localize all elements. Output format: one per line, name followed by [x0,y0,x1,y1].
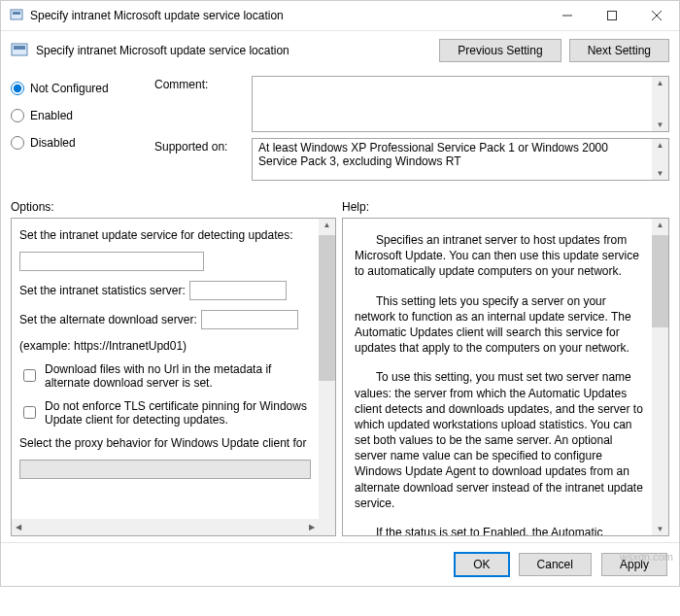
detect-service-label: Set the intranet update service for dete… [19,228,293,242]
stats-server-label: Set the intranet statistics server: [19,284,186,297]
window-controls [545,1,679,31]
enabled-radio-input[interactable] [11,109,24,122]
supported-on-text: At least Windows XP Professional Service… [258,141,608,168]
radio-not-configured[interactable]: Not Configured [11,82,137,95]
options-h-scrollbar[interactable]: ◀ ▶ [12,519,319,535]
svg-rect-7 [14,46,25,50]
policy-large-icon [11,42,28,59]
options-v-scrollbar[interactable]: ▲ ▼ [319,219,335,535]
not-configured-radio-input[interactable] [11,82,24,95]
help-v-scrollbar[interactable]: ▲ ▼ [652,219,668,535]
radio-disabled[interactable]: Disabled [11,136,137,150]
options-label: Options: [11,196,336,218]
scroll-up-icon: ▲ [657,139,664,152]
tls-pinning-checkbox[interactable] [23,401,36,424]
ok-button[interactable]: OK [455,553,508,576]
proxy-behavior-label: Select the proxy behavior for Windows Up… [19,436,306,450]
disabled-label: Disabled [30,136,76,150]
subheader: Specify intranet Microsoft update servic… [1,31,679,70]
window-title: Specify intranet Microsoft update servic… [30,9,545,22]
scroll-up-icon: ▲ [657,77,664,89]
help-content: Specifies an intranet server to host upd… [343,219,668,536]
help-paragraph: To use this setting, you must set two se… [355,369,647,511]
state-radio-group: Not Configured Enabled Disabled [11,76,137,187]
options-body: Set the intranet update service for dete… [11,218,336,536]
maximize-icon [607,11,617,20]
svg-rect-3 [608,12,617,20]
radio-enabled[interactable]: Enabled [11,109,137,122]
example-text: (example: https://IntranetUpd01) [19,339,187,353]
help-pane: Help: Specifies an intranet server to ho… [342,196,669,536]
detect-service-input[interactable] [19,252,204,271]
not-configured-label: Not Configured [30,82,109,95]
help-paragraph: This setting lets you specify a server o… [355,293,647,357]
scroll-corner [319,519,335,535]
supported-scrollbar[interactable]: ▲ ▼ [652,139,668,180]
policy-icon [9,8,24,23]
supported-on-box: At least Windows XP Professional Service… [252,138,669,181]
help-paragraph: Specifies an intranet server to host upd… [355,232,647,280]
comment-area: Comment: ▲ ▼ Supported on: At least Wind… [154,76,669,187]
config-area: Not Configured Enabled Disabled Comment:… [1,70,679,190]
cancel-button[interactable]: Cancel [519,553,592,576]
help-paragraph: If the status is set to Enabled, the Aut… [355,525,647,536]
supported-on-label: Supported on: [154,138,242,181]
alt-server-input[interactable] [201,310,298,329]
download-no-url-checkbox[interactable] [23,364,36,387]
titlebar: Specify intranet Microsoft update servic… [1,1,679,31]
previous-setting-button[interactable]: Previous Setting [439,39,561,62]
maximize-button[interactable] [590,1,634,31]
scroll-up-icon: ▲ [323,219,331,231]
minimize-icon [562,11,572,20]
scrollbar-thumb[interactable] [652,235,668,327]
tls-pinning-label: Do not enforce TLS certificate pinning f… [45,399,314,427]
enabled-label: Enabled [30,109,73,122]
comment-scrollbar[interactable]: ▲ ▼ [652,77,668,131]
stats-server-input[interactable] [189,281,287,300]
subheader-title: Specify intranet Microsoft update servic… [36,44,439,57]
close-button[interactable] [634,1,679,31]
next-setting-button[interactable]: Next Setting [569,39,669,62]
minimize-button[interactable] [545,1,590,31]
scrollbar-thumb[interactable] [319,235,335,381]
help-body: Specifies an intranet server to host upd… [342,218,669,536]
scroll-down-icon: ▼ [657,119,664,131]
comment-label: Comment: [154,76,242,132]
scroll-up-icon: ▲ [657,219,664,231]
scroll-left-icon: ◀ [12,523,25,531]
scroll-down-icon: ▼ [657,167,664,180]
disabled-radio-input[interactable] [11,136,24,150]
footer: OK Cancel Apply [1,542,679,586]
svg-rect-1 [13,12,20,15]
apply-button[interactable]: Apply [601,553,667,576]
dialog-window: Specify intranet Microsoft update servic… [0,0,680,587]
close-icon [652,11,662,20]
help-label: Help: [342,196,669,218]
scroll-right-icon: ▶ [305,523,319,531]
panes: Options: Set the intranet update service… [1,190,679,542]
options-pane: Options: Set the intranet update service… [11,196,336,536]
proxy-behavior-input[interactable] [19,460,311,479]
alt-server-label: Set the alternate download server: [19,313,197,326]
scroll-down-icon: ▼ [657,523,664,535]
comment-textarea[interactable]: ▲ ▼ [252,76,669,132]
download-no-url-label: Download files with no Url in the metada… [45,362,314,390]
